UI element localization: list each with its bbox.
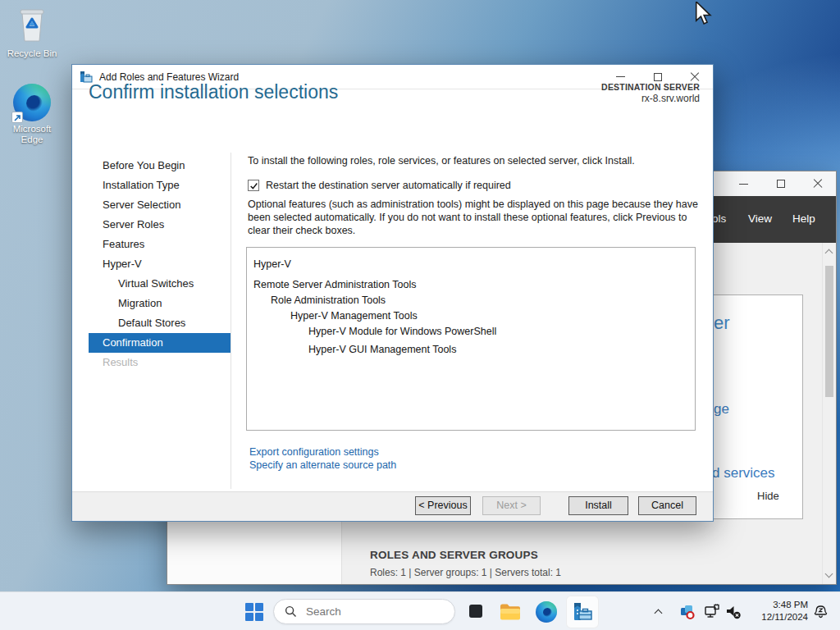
nav-before-you-begin[interactable]: Before You Begin [89, 156, 231, 176]
quickstart-link-fragment-3[interactable]: d services [712, 465, 775, 482]
shortcut-arrow-icon [11, 112, 23, 123]
restart-checkbox-label[interactable]: Restart the destination server automatic… [266, 180, 511, 191]
optional-features-note: Optional features (such as administratio… [248, 198, 701, 237]
quickstart-link-fragment-2[interactable]: ge [714, 401, 729, 418]
sidebar-divider [231, 153, 231, 489]
nav-migration[interactable]: Migration [89, 294, 231, 313]
previous-button[interactable]: < Previous [415, 496, 471, 515]
selected-features-list[interactable]: Hyper-V Remote Server Administration Too… [246, 247, 696, 431]
tray-vm-status-icon [679, 604, 696, 620]
task-view-button[interactable] [459, 596, 491, 628]
chevron-up-icon [654, 609, 662, 618]
nav-installation-type[interactable]: Installation Type [89, 176, 231, 195]
export-configuration-link[interactable]: Export configuration settings [249, 446, 396, 459]
list-item[interactable]: Hyper-V GUI Management Tools [247, 342, 695, 358]
server-manager-button[interactable] [566, 596, 599, 628]
mouse-cursor [695, 2, 713, 26]
taskbar-clock[interactable]: 3:48 PM 12/11/2024 [742, 599, 808, 623]
destination-server-name: rx-8.srv.world [601, 93, 700, 104]
folder-icon [500, 603, 521, 621]
nav-server-selection[interactable]: Server Selection [89, 195, 231, 215]
desktop-icon-microsoft-edge[interactable]: Microsoft Edge [5, 84, 59, 145]
scrollbar-thumb[interactable] [825, 266, 833, 397]
hide-link[interactable]: Hide [757, 490, 779, 502]
destination-server-block: DESTINATION SERVER rx-8.srv.world [601, 82, 700, 104]
start-button[interactable] [238, 596, 271, 628]
menu-view[interactable]: View [748, 212, 772, 225]
list-item[interactable]: Role Administration Tools [247, 293, 695, 308]
restart-checkbox[interactable] [248, 180, 259, 191]
nav-results: Results [89, 353, 231, 372]
tray-app-icon-button[interactable] [676, 600, 699, 623]
list-item[interactable]: Remote Server Administration Tools [247, 277, 695, 293]
taskbar: 3:48 PM 12/11/2024 [0, 591, 840, 630]
maximize-icon [777, 180, 785, 188]
list-item[interactable]: Hyper-V [247, 257, 695, 272]
minimize-icon [616, 76, 625, 77]
file-explorer-button[interactable] [494, 596, 527, 628]
clock-time: 3:48 PM [742, 599, 808, 611]
nav-virtual-switches[interactable]: Virtual Switches [89, 274, 231, 294]
roles-stats: Roles: 1 | Server groups: 1 | Servers to… [370, 567, 561, 578]
windows-logo-icon [245, 603, 263, 621]
search-input[interactable] [304, 605, 427, 619]
add-roles-wizard-window: Add Roles and Features Wizard Confirm in… [71, 64, 714, 522]
close-icon [690, 72, 700, 82]
alternate-source-path-link[interactable]: Specify an alternate source path [249, 459, 396, 472]
roles-and-server-groups-heading: ROLES AND SERVER GROUPS [370, 549, 538, 561]
checkmark-icon [249, 181, 258, 190]
edge-button[interactable] [530, 596, 563, 628]
edge-icon [13, 84, 51, 121]
nav-default-stores[interactable]: Default Stores [89, 313, 231, 333]
desktop-icon-recycle-bin[interactable]: Recycle Bin [5, 7, 59, 59]
desktop: Recycle Bin Microsoft Edge ols View Help… [0, 0, 840, 630]
maximize-button[interactable] [762, 171, 799, 196]
minimize-button[interactable] [725, 171, 762, 196]
menu-tools-partial[interactable]: ols [712, 212, 726, 225]
nav-hyper-v[interactable]: Hyper-V [89, 254, 231, 274]
list-item[interactable]: Hyper-V Module for Windows PowerShell [247, 324, 695, 340]
tray-overflow-button[interactable] [646, 600, 669, 623]
tray-network-button[interactable] [701, 600, 724, 623]
server-manager-icon [572, 601, 593, 623]
cancel-button[interactable]: Cancel [638, 496, 696, 515]
install-button[interactable]: Install [568, 496, 628, 515]
speaker-muted-icon [725, 604, 742, 620]
scroll-up-icon[interactable] [825, 249, 833, 258]
task-view-icon [463, 601, 486, 623]
scroll-down-icon[interactable] [825, 570, 833, 578]
bell-dnd-icon [813, 603, 829, 619]
search-icon [285, 605, 297, 618]
wizard-footer: < Previous Next > Install Cancel [72, 491, 713, 521]
clock-date: 12/11/2024 [742, 611, 808, 623]
close-icon [813, 179, 823, 189]
notification-center-button[interactable] [809, 600, 832, 623]
desktop-icon-label: Microsoft Edge [5, 124, 59, 145]
intro-text: To install the following roles, role ser… [248, 155, 635, 167]
wizard-nav: Before You Begin Installation Type Serve… [89, 156, 231, 372]
desktop-icon-label: Recycle Bin [5, 48, 59, 59]
network-icon [704, 604, 720, 620]
server-manager-scrollbar[interactable] [822, 243, 836, 584]
list-item[interactable]: Hyper-V Management Tools [247, 308, 695, 324]
menu-help[interactable]: Help [792, 212, 815, 225]
minimize-icon [739, 184, 748, 185]
nav-features[interactable]: Features [89, 235, 231, 254]
tray-volume-button[interactable] [722, 600, 745, 623]
recycle-bin-icon [16, 7, 48, 43]
nav-server-roles[interactable]: Server Roles [89, 215, 231, 235]
close-button[interactable] [799, 171, 836, 196]
next-button: Next > [482, 496, 541, 515]
quickstart-link-fragment-1[interactable]: er [714, 313, 730, 334]
nav-confirmation[interactable]: Confirmation [89, 333, 231, 353]
page-title: Confirm installation selections [89, 81, 338, 103]
wizard-content: To install the following roles, role ser… [246, 150, 703, 491]
maximize-icon [654, 73, 662, 81]
taskbar-search[interactable] [273, 599, 455, 624]
edge-icon [536, 601, 557, 623]
destination-server-label: DESTINATION SERVER [601, 82, 700, 92]
